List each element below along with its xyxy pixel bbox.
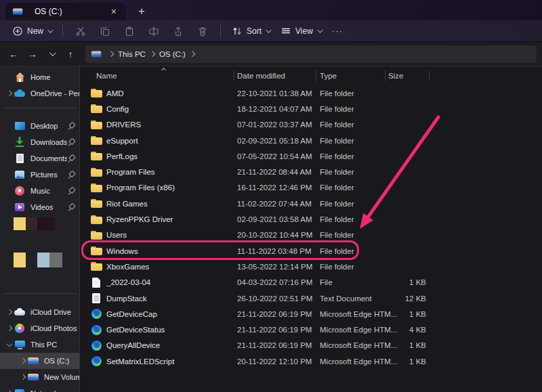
sidebar-item-this-pc[interactable]: This PC <box>0 336 79 353</box>
explorer-tab[interactable]: OS (C:) × <box>5 3 126 20</box>
breadcrumb[interactable]: This PC OS (C:) <box>85 45 537 63</box>
file-date-modified: 26-10-2022 02:51 PM <box>237 295 320 303</box>
file-type: File folder <box>320 137 388 145</box>
column-divider[interactable] <box>385 70 385 81</box>
sidebar-item-downloads[interactable]: Downloads <box>0 134 79 150</box>
file-name: GetDeviceStatus <box>106 326 237 334</box>
file-date-modified: 18-12-2021 04:07 AM <box>237 105 320 113</box>
chevron-down-icon <box>266 27 271 32</box>
sort-button[interactable]: Sort <box>226 22 275 40</box>
drive-icon <box>13 7 23 16</box>
sidebar-item-icloud-drive[interactable]: iCloud Drive <box>0 304 79 320</box>
drive-icon <box>91 49 102 58</box>
file-row-getdevicestatus[interactable]: GetDeviceStatus 21-11-2022 06:19 PM Micr… <box>80 322 542 337</box>
file-row-queryalldevice[interactable]: QueryAllDevice 21-11-2022 06:19 PM Micro… <box>80 338 542 353</box>
file-type: File folder <box>320 215 388 223</box>
delete-button[interactable] <box>190 22 215 40</box>
file-row-drivers[interactable]: DRIVERS 07-01-2022 03:37 AM File folder <box>80 117 542 133</box>
file-row-config[interactable]: Config 18-12-2021 04:07 AM File folder <box>80 101 542 116</box>
file-type-icon <box>91 325 102 335</box>
cut-button[interactable] <box>68 22 93 40</box>
expand-chevron-icon[interactable] <box>5 389 14 392</box>
expand-chevron-icon[interactable] <box>19 357 28 365</box>
sidebar-item-pictures[interactable]: Pictures <box>0 167 79 183</box>
new-button[interactable]: New <box>7 22 57 40</box>
see-more-button[interactable]: ··· <box>327 22 348 39</box>
breadcrumb-this-pc[interactable]: This PC <box>115 49 148 60</box>
expand-chevron-icon[interactable] <box>5 154 14 162</box>
column-header-size[interactable]: Size <box>388 72 415 80</box>
forward-button[interactable]: → <box>24 46 41 62</box>
recent-locations-button[interactable] <box>43 46 60 62</box>
file-type: File folder <box>320 168 388 176</box>
file-row-users[interactable]: Users 20-10-2022 10:44 PM File folder <box>80 227 542 243</box>
file-name: DRIVERS <box>106 121 237 129</box>
sidebar-item-icon <box>14 88 26 99</box>
sidebar-item-network[interactable]: Network <box>0 385 79 392</box>
copy-button[interactable] <box>93 22 117 40</box>
column-header-type[interactable]: Type <box>320 72 388 80</box>
file-row-xboxgames[interactable]: XboxGames 13-05-2022 12:14 PM File folde… <box>80 259 542 274</box>
back-button[interactable]: ← <box>5 46 22 62</box>
expand-chevron-icon[interactable] <box>19 373 28 381</box>
file-row-amd[interactable]: AMD 22-10-2021 01:38 AM File folder <box>80 85 542 101</box>
sidebar-item-label: Home <box>30 73 50 81</box>
sidebar-item-desktop[interactable]: Desktop <box>0 118 79 134</box>
sidebar-item-label: OneDrive - Persona <box>30 89 79 97</box>
expand-chevron-icon[interactable] <box>5 308 14 316</box>
expand-chevron-icon[interactable] <box>5 138 14 146</box>
column-header-name[interactable]: Name <box>96 72 237 80</box>
expand-chevron-icon[interactable] <box>5 341 14 349</box>
column-divider[interactable] <box>234 70 234 81</box>
new-tab-button[interactable]: + <box>133 3 150 20</box>
sidebar-item-home[interactable]: Home <box>0 69 79 85</box>
view-button[interactable]: View <box>275 22 327 40</box>
file-row-ryzenppkg-driver[interactable]: RyzenPPKG Driver 02-09-2021 03:58 AM Fil… <box>80 211 542 227</box>
expand-chevron-icon[interactable] <box>5 73 14 81</box>
column-divider[interactable] <box>316 70 316 81</box>
sidebar-item-label: Music <box>30 187 50 195</box>
file-row-program-files-x86[interactable]: Program Files (x86) 16-11-2022 12:46 PM … <box>80 180 542 196</box>
expand-chevron-icon[interactable] <box>5 187 14 195</box>
expand-chevron-icon[interactable] <box>5 324 14 332</box>
sidebar-item-videos[interactable]: Videos <box>0 199 79 215</box>
column-header-date-modified[interactable]: Date modified <box>237 72 320 80</box>
file-type-icon <box>91 215 102 225</box>
file-row-esupport[interactable]: eSupport 02-09-2021 05:18 AM File folder <box>80 133 542 148</box>
navigation-sidebar: Home OneDrive - Persona Desktop <box>0 66 80 392</box>
file-type-icon <box>91 167 102 177</box>
file-row-perflogs[interactable]: PerfLogs 07-05-2022 10:54 AM File folder <box>80 148 542 164</box>
expand-chevron-icon[interactable] <box>5 203 14 211</box>
file-type: File <box>320 278 388 286</box>
file-row-program-files[interactable]: Program Files 21-11-2022 08:44 AM File f… <box>80 164 542 179</box>
file-size: 4 KB <box>388 326 426 334</box>
tab-close-icon[interactable]: × <box>108 6 119 17</box>
file-row-setmatrixledscript[interactable]: SetMatrixLEDScript 20-11-2022 12:10 PM M… <box>80 353 542 369</box>
expand-chevron-icon[interactable] <box>5 171 14 179</box>
sidebar-item-new-volume-d[interactable]: New Volume (D:) <box>0 369 79 385</box>
sidebar-item-icon <box>28 372 39 383</box>
sidebar-item-documents[interactable]: Documents <box>0 150 79 167</box>
sidebar-item-os-c[interactable]: OS (C:) <box>0 353 79 369</box>
rename-button[interactable] <box>142 22 166 40</box>
file-date-modified: 21-11-2022 06:19 PM <box>237 326 320 334</box>
file-row-windows[interactable]: Windows 11-11-2022 03:48 PM File folder <box>80 243 542 259</box>
file-row-dumpstack[interactable]: DumpStack 26-10-2022 02:51 PM Text Docum… <box>80 290 542 306</box>
expand-chevron-icon[interactable] <box>5 89 14 97</box>
pin-icon <box>67 122 75 130</box>
up-button[interactable]: ↑ <box>62 46 79 62</box>
file-row-getdevicecap[interactable]: GetDeviceCap 21-11-2022 06:19 PM Microso… <box>80 306 542 322</box>
share-button[interactable] <box>166 22 190 40</box>
file-row-2022-03-04[interactable]: _2022-03-04 04-03-2022 07:16 PM File 1 K… <box>80 275 542 290</box>
paste-button[interactable] <box>117 22 142 40</box>
sidebar-item-icloud-photos[interactable]: iCloud Photos <box>0 320 79 336</box>
file-type-icon <box>91 198 102 209</box>
sidebar-item-onedrive-persona[interactable]: OneDrive - Persona <box>0 85 79 102</box>
sidebar-item-icon <box>14 339 26 350</box>
sidebar-item-icon <box>14 153 26 164</box>
sidebar-item-music[interactable]: Music <box>0 183 79 199</box>
expand-chevron-icon[interactable] <box>5 122 14 130</box>
file-row-riot-games[interactable]: Riot Games 11-02-2022 07:44 AM File fold… <box>80 196 542 211</box>
breadcrumb-os-c[interactable]: OS (C:) <box>157 49 188 60</box>
column-divider[interactable] <box>429 70 430 81</box>
